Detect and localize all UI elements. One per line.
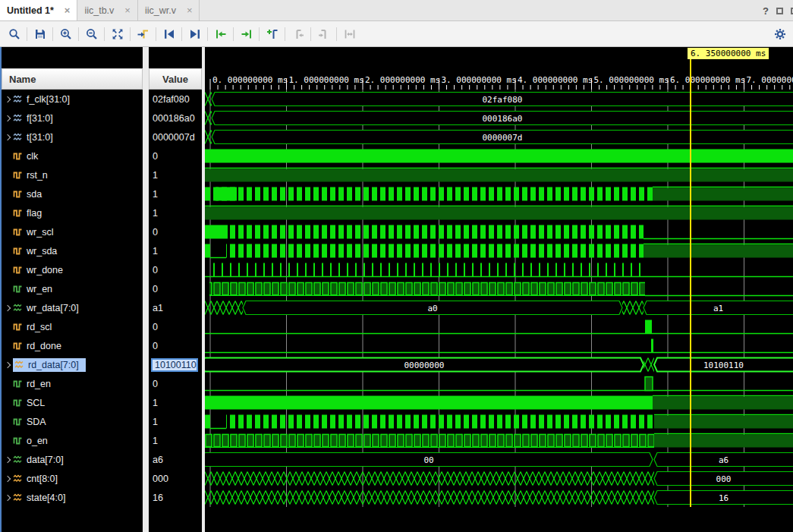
next-transition-button[interactable] [236,24,256,44]
tab-untitled-1[interactable]: Untitled 1*× [0,0,77,20]
signal-row-rd_data-7-0[interactable]: rd_data[7:0] [2,355,143,374]
signal-name-cell[interactable]: rst_n [13,170,48,181]
signal-row-wr_done[interactable]: wr_done [2,260,143,279]
signal-name-cell[interactable]: rd_done [13,341,61,351]
signal-value-row-wr_done[interactable]: 0 [149,260,202,279]
signal-row-rd_scl[interactable]: rd_scl [2,317,143,336]
signal-name-cell[interactable]: data[7:0] [13,455,64,465]
signal-name-cell[interactable]: cnt[8:0] [13,474,58,484]
signal-value-row-sda[interactable]: 1 [149,184,202,203]
signal-row-scl[interactable]: SCL [2,393,143,412]
signal-value-row-wr_sda[interactable]: 1 [149,241,202,260]
signal-value[interactable]: 10100110 [151,358,198,372]
signal-name-cell[interactable]: SDA [13,417,46,427]
signal-value-row-cnt-8-0[interactable]: 000 [149,469,202,488]
signal-value-row-rd_data-7-0[interactable]: 10100110 [149,355,202,374]
signal-value-row-state-4-0[interactable]: 16 [149,488,202,507]
signal-row-wr_scl[interactable]: wr_scl [2,222,143,241]
cursor-line[interactable] [690,59,691,507]
signal-value-row-sda[interactable]: 1 [149,412,202,431]
tab-iic_wr-v[interactable]: iic_wr.v× [138,0,200,20]
tab-close-icon[interactable]: × [187,5,193,15]
expand-chevron-icon[interactable] [2,363,13,367]
signal-row-cnt-8-0[interactable]: cnt[8:0] [2,469,143,488]
expand-chevron-icon[interactable] [2,496,13,500]
signal-value-row-rd_en[interactable]: 0 [149,374,202,393]
zoom-to-cursor-button[interactable] [133,24,153,44]
signal-value-row-rd_done[interactable]: 0 [149,336,202,355]
signal-name-cell[interactable]: f[31:0] [13,113,53,124]
expand-chevron-icon[interactable] [2,458,13,462]
zoom-fit-button[interactable] [107,24,127,44]
zoom-out-button[interactable] [81,24,102,44]
signal-row-rd_en[interactable]: rd_en [2,374,143,393]
expand-chevron-icon[interactable] [2,97,13,102]
signal-name-cell[interactable]: rd_en [13,379,51,389]
signal-value-row-scl[interactable]: 1 [149,393,202,412]
signal-value-row-o_en[interactable]: 1 [149,431,202,450]
find-button[interactable] [4,24,24,44]
signal-value-row-wr_en[interactable]: 0 [149,279,202,298]
signal-row-wr_en[interactable]: wr_en [2,279,143,298]
signal-row-sda[interactable]: sda [2,184,143,203]
signal-name-cell[interactable]: clk [13,151,38,162]
signal-row-f-31-0[interactable]: f[31:0] [2,109,143,127]
signal-name-cell[interactable]: state[4:0] [13,493,65,503]
expand-chevron-icon[interactable] [2,306,13,310]
expand-chevron-icon[interactable] [2,477,13,481]
signal-name-cell[interactable]: wr_sda [13,246,57,257]
signal-row-rst_n[interactable]: rst_n [2,165,143,184]
cursor-time-badge[interactable]: 6. 350000000 ms [688,48,769,59]
signal-value-row-f_clk-31-0[interactable]: 02faf080 [149,90,202,109]
signal-row-flag[interactable]: flag [2,203,143,222]
help-icon[interactable]: ? [763,5,769,17]
zoom-in-button[interactable] [55,24,76,44]
signal-name-cell[interactable]: f_clk[31:0] [13,94,70,105]
add-marker-button[interactable] [262,24,282,44]
signal-name-cell[interactable]: o_en [13,436,48,446]
signal-value-row-t-31-0[interactable]: 0000007d [149,127,202,146]
signal-row-clk[interactable]: clk [2,146,143,165]
signal-name-cell[interactable]: wr_scl [13,227,53,238]
go-to-start-button[interactable] [159,24,179,44]
go-to-end-button[interactable] [184,24,205,44]
swap-cursors-button[interactable] [339,24,360,44]
signal-row-data-7-0[interactable]: data[7:0] [2,450,143,469]
signal-name-cell[interactable]: SCL [13,398,45,408]
signal-name-cell[interactable]: sda [13,189,42,200]
expand-chevron-icon[interactable] [2,116,13,121]
settings-button[interactable] [769,24,790,44]
signal-name-cell[interactable]: flag [13,208,42,219]
signal-row-t-31-0[interactable]: t[31:0] [2,127,143,146]
next-marker-button[interactable] [313,24,334,44]
signal-value-row-flag[interactable]: 1 [149,203,202,222]
signal-value-row-rd_scl[interactable]: 0 [149,317,202,336]
signal-value-row-f-31-0[interactable]: 000186a0 [149,109,202,127]
signal-value-row-clk[interactable]: 0 [149,146,202,165]
panel-divider[interactable] [143,47,149,532]
signal-value-row-data-7-0[interactable]: a6 [149,450,202,469]
signal-row-rd_done[interactable]: rd_done [2,336,143,355]
signal-row-wr_sda[interactable]: wr_sda [2,241,143,260]
signal-value-row-rst_n[interactable]: 1 [149,165,202,184]
signal-name-cell[interactable]: t[31:0] [13,132,53,143]
signal-value-row-wr_data-7-0[interactable]: a1 [149,298,202,317]
signal-name-cell[interactable]: wr_data[7:0] [13,303,79,313]
signal-row-o_en[interactable]: o_en [2,431,143,450]
signal-row-state-4-0[interactable]: state[4:0] [2,488,143,507]
previous-marker-button[interactable] [288,24,308,44]
tab-close-icon[interactable]: × [65,5,71,15]
save-button[interactable] [30,24,50,44]
signal-row-f_clk-31-0[interactable]: f_clk[31:0] [2,90,143,109]
signal-value-row-wr_scl[interactable]: 0 [149,222,202,241]
signal-name-cell[interactable]: wr_en [13,284,52,294]
tab-iic_tb-v[interactable]: iic_tb.v× [77,0,138,20]
signal-row-wr_data-7-0[interactable]: wr_data[7:0] [2,298,143,317]
wave-canvas[interactable]: 02faf080000186a00000007da0a1000000001010… [205,90,793,510]
signal-name-cell[interactable]: wr_done [13,265,63,275]
waveform-panel[interactable]: 0. 000000000 ms1. 000000000 ms2. 0000000… [205,47,793,532]
signal-row-sda[interactable]: SDA [2,412,143,431]
signal-name-cell[interactable]: rd_data[7:0] [13,358,86,372]
previous-transition-button[interactable] [210,24,231,44]
expand-chevron-icon[interactable] [2,135,13,140]
